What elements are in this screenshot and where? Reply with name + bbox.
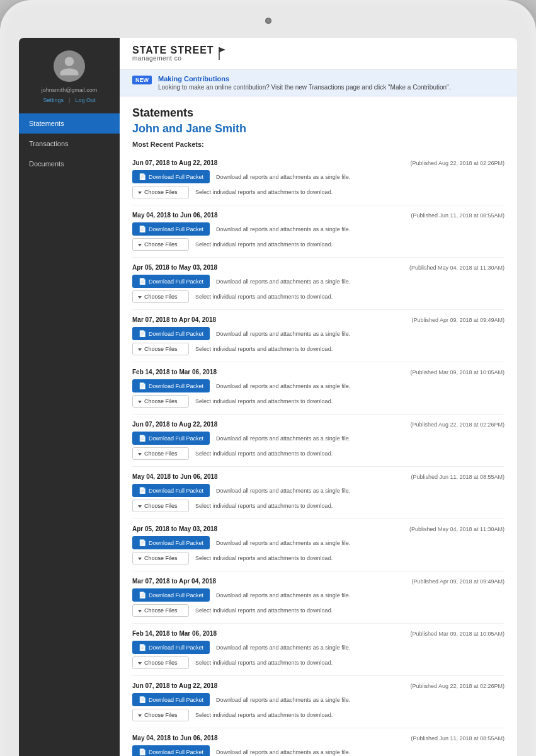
download-full-packet-button[interactable]: 📄 Download Full Packet	[132, 379, 210, 392]
packet-download-row: 📄 Download Full Packet Download all repo…	[132, 536, 505, 549]
choose-files-button[interactable]: Choose Files	[132, 343, 189, 355]
chevron-down-icon	[138, 714, 142, 717]
packet-header: Mar 07, 2018 to Apr 04, 2018 (Published …	[132, 316, 505, 323]
logout-link[interactable]: Log Out	[75, 97, 95, 103]
choose-files-button[interactable]: Choose Files	[132, 552, 189, 564]
download-full-packet-button[interactable]: 📄 Download Full Packet	[132, 693, 210, 706]
chevron-down-icon	[138, 505, 142, 508]
chevron-down-icon	[138, 662, 142, 665]
packet-published: (Published Apr 09, 2018 at 09:49AM)	[411, 578, 505, 585]
choose-description: Select individual reports and attachment…	[195, 450, 333, 457]
section-label: Most Recent Packets:	[132, 140, 505, 148]
packet-published: (Published Aug 22, 2018 at 02:26PM)	[410, 160, 505, 166]
packet-actions: 📄 Download Full Packet Download all repo…	[132, 588, 505, 617]
packet-actions: 📄 Download Full Packet Download all repo…	[132, 745, 505, 756]
choose-files-button[interactable]: Choose Files	[132, 656, 189, 669]
download-icon: 📄	[139, 435, 146, 442]
packet-published: (Published May 04, 2018 at 11:30AM)	[409, 526, 505, 532]
packet-download-row: 📄 Download Full Packet Download all repo…	[132, 641, 505, 654]
sidebar-nav: Statements Transactions Documents	[19, 113, 120, 174]
download-icon: 📄	[139, 644, 146, 651]
packet-item: Jun 07, 2018 to Aug 22, 2018 (Published …	[132, 153, 505, 205]
download-full-packet-button[interactable]: 📄 Download Full Packet	[132, 432, 210, 445]
packet-choose-row: Choose Files Select individual reports a…	[132, 500, 505, 512]
download-icon: 📄	[139, 592, 146, 598]
sidebar-item-statements[interactable]: Statements	[19, 113, 120, 134]
packet-actions: 📄 Download Full Packet Download all repo…	[132, 536, 505, 564]
settings-link[interactable]: Settings	[43, 97, 64, 103]
main-content: STATE STREET management co NEW	[120, 38, 517, 756]
logo-line1: STATE STREET	[132, 45, 214, 55]
download-full-packet-button[interactable]: 📄 Download Full Packet	[132, 222, 210, 236]
choose-description: Select individual reports and attachment…	[195, 294, 333, 300]
download-icon: 📄	[139, 278, 146, 285]
packet-date-range: Feb 14, 2018 to Mar 06, 2018	[132, 630, 217, 637]
packet-date-range: Jun 07, 2018 to Aug 22, 2018	[132, 159, 217, 166]
logo-area: STATE STREET management co	[132, 45, 227, 62]
download-description: Download all reports and attachments as …	[216, 749, 350, 755]
packet-header: May 04, 2018 to Jun 06, 2018 (Published …	[132, 473, 505, 480]
packet-download-row: 📄 Download Full Packet Download all repo…	[132, 327, 505, 340]
download-full-packet-button[interactable]: 📄 Download Full Packet	[132, 588, 210, 602]
packet-header: Jun 07, 2018 to Aug 22, 2018 (Published …	[132, 159, 505, 166]
packet-header: Apr 05, 2018 to May 03, 2018 (Published …	[132, 525, 505, 532]
packet-date-range: Mar 07, 2018 to Apr 04, 2018	[132, 316, 216, 323]
packet-choose-row: Choose Files Select individual reports a…	[132, 395, 505, 408]
choose-files-button[interactable]: Choose Files	[132, 447, 189, 460]
download-full-packet-button[interactable]: 📄 Download Full Packet	[132, 745, 210, 756]
sidebar-item-transactions[interactable]: Transactions	[19, 134, 120, 154]
packet-actions: 📄 Download Full Packet Download all repo…	[132, 379, 505, 408]
choose-files-button[interactable]: Choose Files	[132, 709, 189, 721]
packet-published: (Published Aug 22, 2018 at 02:26PM)	[410, 683, 505, 689]
logo-text-block: STATE STREET management co	[132, 45, 214, 62]
choose-files-button[interactable]: Choose Files	[132, 186, 189, 198]
packet-published: (Published Mar 09, 2018 at 10:05AM)	[410, 369, 505, 375]
packet-download-row: 📄 Download Full Packet Download all repo…	[132, 275, 505, 288]
packet-actions: 📄 Download Full Packet Download all repo…	[132, 641, 505, 669]
download-full-packet-button[interactable]: 📄 Download Full Packet	[132, 536, 210, 549]
packet-download-row: 📄 Download Full Packet Download all repo…	[132, 432, 505, 445]
banner-body: Looking to make an online contribution? …	[158, 84, 450, 91]
download-full-packet-button[interactable]: 📄 Download Full Packet	[132, 170, 210, 183]
download-full-packet-button[interactable]: 📄 Download Full Packet	[132, 275, 210, 288]
download-description: Download all reports and attachments as …	[216, 435, 350, 442]
packet-header: May 04, 2018 to Jun 06, 2018 (Published …	[132, 212, 505, 219]
packet-date-range: Jun 07, 2018 to Aug 22, 2018	[132, 421, 217, 428]
download-icon: 📄	[139, 487, 146, 494]
choose-files-button[interactable]: Choose Files	[132, 238, 189, 251]
packet-choose-row: Choose Files Select individual reports a…	[132, 186, 505, 198]
download-full-packet-button[interactable]: 📄 Download Full Packet	[132, 641, 210, 654]
packet-item: Apr 05, 2018 to May 03, 2018 (Published …	[132, 519, 505, 571]
chevron-down-icon	[138, 453, 142, 455]
packet-header: Feb 14, 2018 to Mar 06, 2018 (Published …	[132, 369, 505, 375]
banner-title: Making Contributions	[158, 75, 450, 83]
download-icon: 📄	[139, 382, 146, 389]
packet-item: Mar 07, 2018 to Apr 04, 2018 (Published …	[132, 310, 505, 362]
packet-choose-row: Choose Files Select individual reports a…	[132, 238, 505, 251]
packet-date-range: Jun 07, 2018 to Aug 22, 2018	[132, 682, 217, 689]
flag-icon	[217, 46, 227, 61]
choose-description: Select individual reports and attachment…	[195, 712, 333, 718]
page-title: Statements	[132, 106, 505, 120]
choose-files-button[interactable]: Choose Files	[132, 395, 189, 408]
choose-files-button[interactable]: Choose Files	[132, 604, 189, 617]
choose-files-button[interactable]: Choose Files	[132, 500, 189, 512]
packet-item: Mar 07, 2018 to Apr 04, 2018 (Published …	[132, 571, 505, 624]
packet-item: May 04, 2018 to Jun 06, 2018 (Published …	[132, 467, 505, 519]
chevron-down-icon	[138, 296, 142, 299]
packet-actions: 📄 Download Full Packet Download all repo…	[132, 432, 505, 460]
download-full-packet-button[interactable]: 📄 Download Full Packet	[132, 484, 210, 497]
sidebar-item-documents[interactable]: Documents	[19, 154, 120, 174]
download-icon: 📄	[139, 330, 146, 337]
download-description: Download all reports and attachments as …	[216, 226, 350, 232]
packet-item: May 04, 2018 to Jun 06, 2018 (Published …	[132, 205, 505, 258]
choose-files-button[interactable]: Choose Files	[132, 290, 189, 303]
packet-published: (Published Aug 22, 2018 at 02:26PM)	[410, 421, 505, 428]
packet-actions: 📄 Download Full Packet Download all repo…	[132, 327, 505, 355]
chevron-down-icon	[138, 558, 142, 560]
packet-actions: 📄 Download Full Packet Download all repo…	[132, 484, 505, 512]
packet-date-range: May 04, 2018 to Jun 06, 2018	[132, 473, 218, 480]
download-full-packet-button[interactable]: 📄 Download Full Packet	[132, 327, 210, 340]
packet-choose-row: Choose Files Select individual reports a…	[132, 447, 505, 460]
packet-item: Jun 07, 2018 to Aug 22, 2018 (Published …	[132, 415, 505, 467]
